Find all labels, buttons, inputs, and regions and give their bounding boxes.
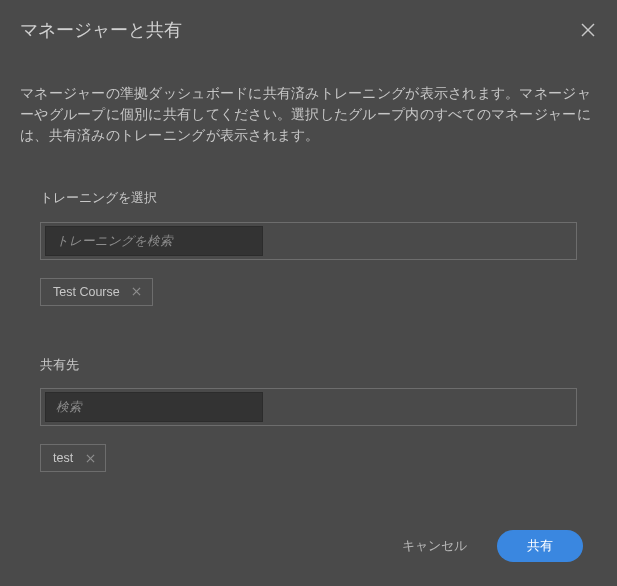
dialog-description: マネージャーの準拠ダッシュボードに共有済みトレーニングが表示されます。マネージャ… <box>20 84 597 147</box>
share-with-label: 共有先 <box>40 356 577 375</box>
share-button[interactable]: 共有 <box>497 530 583 562</box>
chip-label: Test Course <box>53 285 120 299</box>
share-with-selected-chips: test <box>40 444 577 472</box>
close-icon[interactable] <box>579 21 597 39</box>
training-label: トレーニングを選択 <box>40 189 160 208</box>
chip-label: test <box>53 451 73 465</box>
dialog-header: マネージャーと共有 <box>20 18 597 52</box>
dialog-footer: キャンセル 共有 <box>398 530 583 562</box>
share-with-search-input[interactable] <box>45 392 263 422</box>
share-with-chip[interactable]: test <box>40 444 106 472</box>
training-chip[interactable]: Test Course <box>40 278 153 306</box>
share-with-field-row <box>40 388 577 426</box>
training-field-row <box>40 222 577 260</box>
remove-chip-icon[interactable] <box>85 453 95 463</box>
share-with-managers-dialog: マネージャーと共有 マネージャーの準拠ダッシュボードに共有済みトレーニングが表示… <box>0 0 617 586</box>
remove-chip-icon[interactable] <box>132 287 142 297</box>
training-section: トレーニングを選択 Test Course <box>20 189 597 306</box>
dialog-title: マネージャーと共有 <box>20 18 182 42</box>
training-search-input[interactable] <box>45 226 263 256</box>
share-with-section: 共有先 test <box>20 356 597 473</box>
cancel-button[interactable]: キャンセル <box>398 531 471 561</box>
training-selected-chips: Test Course <box>40 278 577 306</box>
